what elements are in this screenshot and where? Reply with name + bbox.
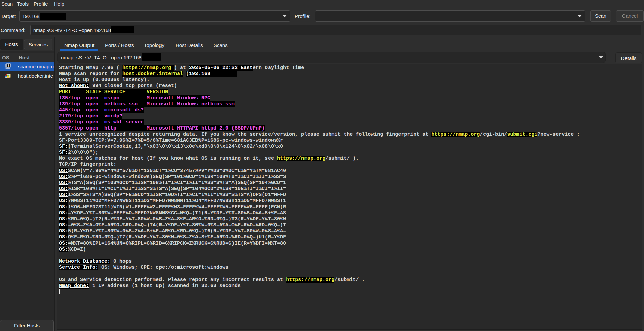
svg-text:?: ? [8,63,10,67]
